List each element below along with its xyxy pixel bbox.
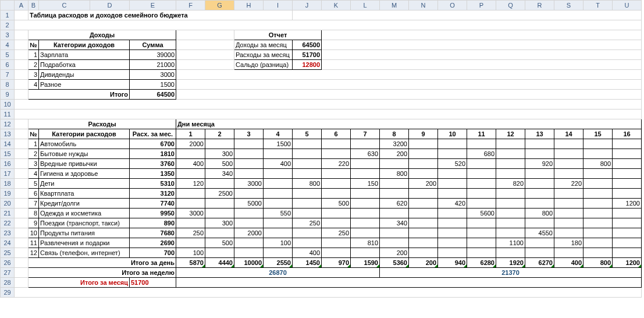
expense-day-cell[interactable] bbox=[322, 248, 351, 258]
expense-day-cell[interactable] bbox=[438, 149, 467, 159]
expense-day-cell[interactable]: 250 bbox=[293, 218, 322, 228]
expense-day-cell[interactable]: 300 bbox=[205, 218, 234, 228]
expense-day-cell[interactable] bbox=[613, 248, 642, 258]
expense-day-cell[interactable] bbox=[264, 199, 293, 209]
expense-day-cell[interactable] bbox=[438, 139, 467, 149]
col-D[interactable]: D bbox=[90, 1, 130, 10]
col-C[interactable]: C bbox=[39, 1, 90, 10]
expense-day-cell[interactable] bbox=[496, 159, 525, 169]
row-18[interactable]: 18 bbox=[1, 179, 15, 189]
expense-day-cell[interactable]: 3200 bbox=[380, 139, 409, 149]
row-5[interactable]: 5 bbox=[1, 50, 15, 60]
expense-day-cell[interactable] bbox=[438, 248, 467, 258]
expense-day-cell[interactable] bbox=[351, 169, 380, 179]
expense-day-cell[interactable] bbox=[613, 139, 642, 149]
expense-day-cell[interactable]: 220 bbox=[322, 159, 351, 169]
expense-day-cell[interactable] bbox=[613, 149, 642, 159]
expense-day-cell[interactable] bbox=[438, 238, 467, 248]
col-S[interactable]: S bbox=[554, 1, 583, 10]
col-M[interactable]: M bbox=[380, 1, 409, 10]
expense-day-cell[interactable] bbox=[205, 228, 234, 238]
expense-day-cell[interactable] bbox=[496, 248, 525, 258]
expense-day-cell[interactable] bbox=[467, 159, 496, 169]
expense-day-cell[interactable] bbox=[293, 238, 322, 248]
expense-day-cell[interactable] bbox=[613, 169, 642, 179]
expense-day-cell[interactable] bbox=[438, 228, 467, 238]
expense-day-cell[interactable] bbox=[351, 189, 380, 199]
expense-day-cell[interactable]: 250 bbox=[176, 228, 205, 238]
row-22[interactable]: 22 bbox=[1, 218, 15, 228]
expense-day-cell[interactable] bbox=[525, 189, 554, 199]
expense-day-cell[interactable]: 520 bbox=[438, 159, 467, 169]
expense-day-cell[interactable] bbox=[234, 209, 264, 218]
expense-day-cell[interactable] bbox=[234, 139, 264, 149]
expense-day-cell[interactable] bbox=[496, 228, 525, 238]
row-15[interactable]: 15 bbox=[1, 149, 15, 159]
expense-day-cell[interactable] bbox=[293, 228, 322, 238]
expense-day-cell[interactable] bbox=[234, 189, 264, 199]
row-13[interactable]: 13 bbox=[1, 129, 15, 139]
expense-day-cell[interactable] bbox=[554, 248, 583, 258]
expense-day-cell[interactable] bbox=[583, 169, 613, 179]
expense-day-cell[interactable] bbox=[467, 199, 496, 209]
expense-day-cell[interactable] bbox=[176, 169, 205, 179]
expense-day-cell[interactable] bbox=[554, 228, 583, 238]
expense-day-cell[interactable] bbox=[380, 179, 409, 189]
expense-day-cell[interactable] bbox=[264, 169, 293, 179]
expense-day-cell[interactable] bbox=[496, 189, 525, 199]
expense-day-cell[interactable] bbox=[496, 209, 525, 218]
row-4[interactable]: 4 bbox=[1, 40, 15, 50]
expense-day-cell[interactable] bbox=[264, 228, 293, 238]
expense-day-cell[interactable] bbox=[380, 228, 409, 238]
expense-day-cell[interactable] bbox=[613, 209, 642, 218]
col-R[interactable]: R bbox=[525, 1, 554, 10]
row-17[interactable]: 17 bbox=[1, 169, 15, 179]
expense-day-cell[interactable]: 100 bbox=[176, 248, 205, 258]
expense-day-cell[interactable]: 550 bbox=[264, 209, 293, 218]
expense-day-cell[interactable]: 150 bbox=[351, 179, 380, 189]
expense-day-cell[interactable] bbox=[496, 199, 525, 209]
expense-day-cell[interactable] bbox=[525, 199, 554, 209]
expense-day-cell[interactable] bbox=[583, 238, 613, 248]
expense-day-cell[interactable] bbox=[583, 149, 613, 159]
expense-day-cell[interactable] bbox=[264, 248, 293, 258]
row-12[interactable]: 12 bbox=[1, 119, 15, 129]
expense-day-cell[interactable] bbox=[409, 248, 438, 258]
row-14[interactable]: 14 bbox=[1, 139, 15, 149]
expense-day-cell[interactable] bbox=[409, 209, 438, 218]
col-J[interactable]: J bbox=[293, 1, 322, 10]
row-29[interactable]: 29 bbox=[1, 288, 15, 298]
row-8[interactable]: 8 bbox=[1, 80, 15, 90]
expense-day-cell[interactable] bbox=[467, 189, 496, 199]
expense-day-cell[interactable] bbox=[234, 248, 264, 258]
expense-day-cell[interactable]: 200 bbox=[380, 248, 409, 258]
expense-day-cell[interactable] bbox=[554, 169, 583, 179]
expense-day-cell[interactable]: 340 bbox=[205, 169, 234, 179]
expense-day-cell[interactable] bbox=[322, 218, 351, 228]
expense-day-cell[interactable]: 800 bbox=[525, 209, 554, 218]
expense-day-cell[interactable] bbox=[176, 238, 205, 248]
expense-day-cell[interactable] bbox=[264, 149, 293, 159]
expense-day-cell[interactable] bbox=[380, 189, 409, 199]
expense-day-cell[interactable] bbox=[525, 169, 554, 179]
expense-day-cell[interactable]: 5600 bbox=[467, 209, 496, 218]
expense-day-cell[interactable]: 300 bbox=[205, 149, 234, 159]
expense-day-cell[interactable] bbox=[264, 179, 293, 189]
row-3[interactable]: 3 bbox=[1, 30, 15, 40]
expense-day-cell[interactable]: 5000 bbox=[234, 199, 264, 209]
expense-day-cell[interactable] bbox=[322, 139, 351, 149]
expense-day-cell[interactable]: 200 bbox=[409, 179, 438, 189]
col-N[interactable]: N bbox=[409, 1, 438, 10]
row-16[interactable]: 16 bbox=[1, 159, 15, 169]
expense-day-cell[interactable]: 800 bbox=[293, 179, 322, 189]
expense-day-cell[interactable]: 1500 bbox=[264, 139, 293, 149]
expense-day-cell[interactable]: 2000 bbox=[234, 228, 264, 238]
row-20[interactable]: 20 bbox=[1, 199, 15, 209]
expense-day-cell[interactable] bbox=[583, 139, 613, 149]
expense-day-cell[interactable] bbox=[438, 209, 467, 218]
col-U[interactable]: U bbox=[613, 1, 642, 10]
expense-day-cell[interactable]: 400 bbox=[264, 159, 293, 169]
expense-day-cell[interactable]: 1100 bbox=[496, 238, 525, 248]
expense-day-cell[interactable] bbox=[322, 169, 351, 179]
expense-day-cell[interactable] bbox=[438, 169, 467, 179]
